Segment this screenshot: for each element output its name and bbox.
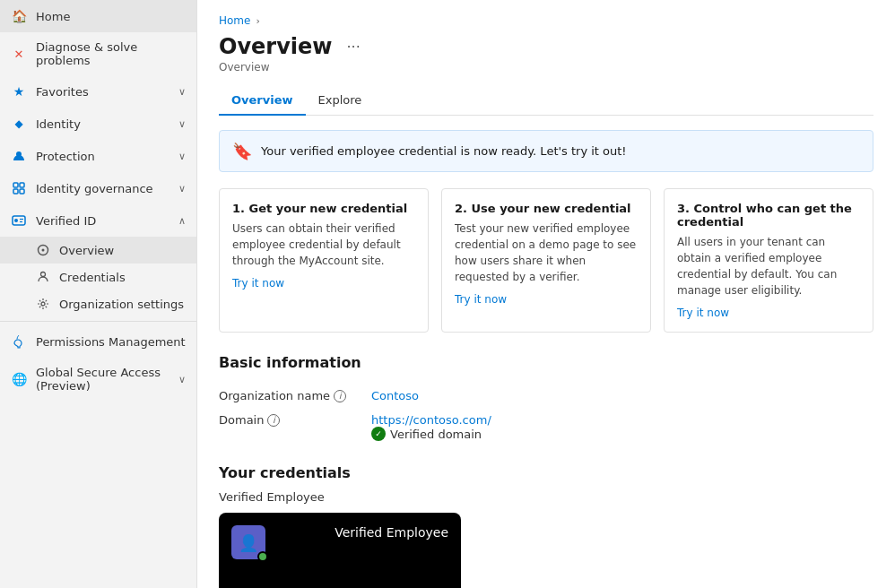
tab-overview[interactable]: Overview (219, 86, 306, 116)
banner: 🔖 Your verified employee credential is n… (219, 130, 873, 172)
credentials-section-title: Your credentials (219, 464, 873, 481)
tabs-bar: Overview Explore (219, 86, 873, 116)
favorites-icon: ★ (11, 83, 27, 99)
chevron-down-icon: ∨ (178, 86, 186, 98)
sidebar-item-label: Overview (59, 244, 186, 257)
card-desc: Test your new verified employee credenti… (455, 220, 638, 285)
sidebar-item-identity-governance[interactable]: Identity governance ∨ (0, 172, 196, 204)
protection-icon (11, 148, 27, 164)
global-icon: 🌐 (11, 371, 27, 387)
card-link-try-2[interactable]: Try it now (455, 293, 507, 306)
card-title: 1. Get your new credential (232, 202, 415, 215)
banner-icon: 🔖 (232, 142, 252, 160)
chevron-up-icon: ∧ (178, 215, 186, 227)
sidebar-item-label: Organization settings (59, 298, 186, 311)
sidebar-item-diagnose[interactable]: ✕ Diagnose & solve problems (0, 32, 196, 75)
sidebar-item-identity[interactable]: ◆ Identity ∨ (0, 108, 196, 140)
info-table: Organization name i Contoso Domain i htt… (219, 384, 873, 446)
chevron-down-icon: ∨ (178, 183, 186, 195)
sidebar-item-overview[interactable]: Overview (0, 237, 196, 264)
cred-avatar: 👤 (231, 525, 265, 559)
info-row-domain: Domain i https://contoso.com/ ✓ Verified… (219, 408, 873, 446)
sidebar-item-protection[interactable]: Protection ∨ (0, 140, 196, 172)
verified-badge: ✓ Verified domain (371, 427, 491, 441)
sidebar-item-label: Diagnose & solve problems (36, 40, 186, 67)
cred-icon-area: 👤 Verified Employee (231, 525, 448, 559)
card-get-credential: 1. Get your new credential Users can obt… (219, 188, 429, 333)
diagnose-icon: ✕ (11, 46, 27, 62)
info-icon-domain[interactable]: i (267, 414, 280, 427)
org-settings-icon (36, 297, 50, 311)
svg-point-12 (41, 302, 45, 306)
breadcrumb: Home › (219, 14, 873, 27)
info-label-org: Organization name i (219, 389, 362, 402)
sidebar-item-label: Identity (36, 117, 169, 131)
sidebar-item-label: Verified ID (36, 214, 169, 228)
page-title-row: Overview ··· (219, 34, 873, 59)
sidebar: 🏠 Home ✕ Diagnose & solve problems ★ Fav… (0, 0, 197, 588)
banner-text: Your verified employee credential is now… (261, 144, 627, 158)
cards-row: 1. Get your new credential Users can obt… (219, 188, 873, 333)
breadcrumb-home[interactable]: Home (219, 14, 250, 27)
sidebar-item-label: Favorites (36, 85, 169, 99)
page-subtitle: Overview (219, 61, 873, 74)
cred-name-label: Verified Employee (335, 525, 448, 540)
chevron-down-icon: ∨ (178, 374, 186, 385)
svg-rect-4 (20, 189, 24, 194)
page-title: Overview (219, 34, 332, 59)
org-name-link[interactable]: Contoso (371, 389, 419, 402)
sidebar-item-home[interactable]: 🏠 Home (0, 0, 196, 32)
sidebar-item-label: Credentials (59, 271, 186, 284)
info-value-domain: https://contoso.com/ ✓ Verified domain (371, 413, 491, 441)
sidebar-item-favorites[interactable]: ★ Favorites ∨ (0, 75, 196, 108)
card-desc: All users in your tenant can obtain a ve… (677, 234, 860, 298)
card-control-credential: 3. Control who can get the credential Al… (664, 188, 873, 333)
identity-icon: ◆ (11, 116, 27, 132)
domain-link[interactable]: https://contoso.com/ (371, 413, 491, 427)
sidebar-item-permissions[interactable]: Permissions Management (0, 325, 196, 358)
sidebar-item-global-secure[interactable]: 🌐 Global Secure Access (Preview) ∨ (0, 358, 196, 401)
sidebar-item-verified-id[interactable]: Verified ID ∧ (0, 204, 196, 237)
cred-avatar-dot (257, 551, 268, 562)
home-icon: 🏠 (11, 8, 27, 24)
basic-info-title: Basic information (219, 354, 873, 371)
main-content: Home › Overview ··· Overview Overview Ex… (197, 0, 895, 588)
tab-explore[interactable]: Explore (306, 86, 375, 116)
sidebar-item-credentials[interactable]: Credentials (0, 264, 196, 290)
info-row-org-name: Organization name i Contoso (219, 384, 873, 408)
credential-card: 👤 Verified Employee Contoso (219, 513, 461, 588)
breadcrumb-separator: › (256, 15, 259, 27)
card-desc: Users can obtain their verified employee… (232, 220, 415, 269)
svg-point-10 (42, 249, 45, 252)
verified-id-icon (11, 212, 27, 229)
cred-avatar-icon: 👤 (239, 533, 258, 552)
card-use-credential: 2. Use your new credential Test your new… (441, 188, 651, 333)
verified-check-icon: ✓ (371, 427, 386, 441)
cred-card-inner: 👤 Verified Employee Contoso (219, 513, 461, 588)
svg-point-6 (14, 219, 18, 222)
info-label-domain: Domain i (219, 413, 362, 427)
card-title: 3. Control who can get the credential (677, 202, 860, 229)
credentials-icon (36, 270, 50, 284)
sidebar-item-label: Global Secure Access (Preview) (36, 366, 169, 393)
sidebar-item-label: Home (36, 10, 186, 23)
svg-rect-3 (13, 189, 18, 194)
permissions-icon (11, 333, 27, 350)
identity-governance-icon (11, 180, 27, 196)
info-icon-org[interactable]: i (334, 390, 346, 402)
sidebar-item-label: Identity governance (36, 182, 169, 195)
sidebar-item-org-settings[interactable]: Organization settings (0, 290, 196, 317)
credentials-sub-title: Verified Employee (219, 490, 873, 504)
svg-rect-2 (20, 183, 24, 187)
more-options-button[interactable]: ··· (341, 37, 365, 57)
sidebar-item-label: Permissions Management (36, 335, 186, 349)
svg-point-11 (41, 272, 46, 277)
verified-label: Verified domain (390, 428, 482, 441)
card-title: 2. Use your new credential (455, 202, 638, 215)
svg-rect-1 (13, 183, 18, 187)
card-link-try-3[interactable]: Try it now (677, 307, 729, 319)
sidebar-divider (0, 321, 196, 322)
chevron-down-icon: ∨ (178, 118, 186, 130)
card-link-try-1[interactable]: Try it now (232, 277, 284, 290)
sidebar-item-label: Protection (36, 150, 169, 163)
